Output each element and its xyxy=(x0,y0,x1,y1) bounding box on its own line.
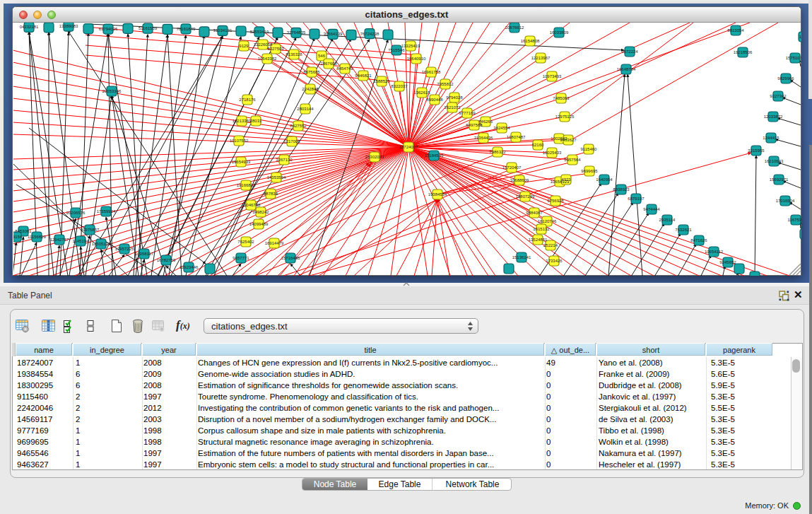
svg-text:10973493: 10973493 xyxy=(543,74,562,78)
svg-text:15136141: 15136141 xyxy=(512,255,531,259)
svg-text:28031: 28031 xyxy=(250,119,262,123)
svg-text:10046788: 10046788 xyxy=(242,203,261,207)
svg-text:9474444: 9474444 xyxy=(643,207,660,211)
svg-text:7515546: 7515546 xyxy=(388,48,405,52)
svg-text:6879197: 6879197 xyxy=(628,197,645,201)
svg-text:78161849: 78161849 xyxy=(177,27,196,31)
svg-text:8990448: 8990448 xyxy=(426,98,443,102)
svg-text:16120746: 16120746 xyxy=(538,219,557,223)
svg-text:2242848: 2242848 xyxy=(302,87,319,91)
svg-text:1145194: 1145194 xyxy=(73,239,90,243)
svg-text:12033872: 12033872 xyxy=(764,115,783,119)
svg-text:8675685: 8675685 xyxy=(303,70,320,74)
svg-text:546: 546 xyxy=(318,54,326,58)
svg-text:17957225: 17957225 xyxy=(115,247,134,251)
svg-text:2935114: 2935114 xyxy=(659,218,676,222)
svg-text:16154808: 16154808 xyxy=(521,39,540,43)
svg-text:746266: 746266 xyxy=(478,119,493,124)
svg-text:9227342: 9227342 xyxy=(770,94,787,98)
svg-text:3215955: 3215955 xyxy=(748,148,765,153)
svg-text:9463627: 9463627 xyxy=(560,138,577,142)
svg-text:8427552: 8427552 xyxy=(290,124,307,128)
svg-text:9777169: 9777169 xyxy=(459,111,476,115)
svg-text:19654933: 19654933 xyxy=(232,160,251,164)
svg-text:9657771: 9657771 xyxy=(233,256,249,260)
svg-text:16961758: 16961758 xyxy=(422,70,441,74)
svg-text:9245652: 9245652 xyxy=(719,260,736,264)
svg-text:12975125: 12975125 xyxy=(555,115,575,119)
svg-text:10958117: 10958117 xyxy=(135,252,154,256)
svg-text:1362615: 1362615 xyxy=(413,90,430,95)
svg-text:31034131: 31034131 xyxy=(213,28,233,33)
svg-text:1244415: 1244415 xyxy=(763,136,779,140)
svg-text:15716485: 15716485 xyxy=(281,256,300,260)
svg-text:12923446: 12923446 xyxy=(180,265,199,269)
svg-text:12213369: 12213369 xyxy=(233,119,252,123)
svg-text:14353594: 14353594 xyxy=(267,175,286,180)
svg-text:04332181: 04332181 xyxy=(20,25,39,29)
svg-text:7625402: 7625402 xyxy=(237,240,254,244)
svg-text:15720407: 15720407 xyxy=(502,165,522,170)
svg-text:63794026: 63794026 xyxy=(99,27,118,31)
svg-text:1167533: 1167533 xyxy=(788,218,801,222)
svg-text:7955812: 7955812 xyxy=(437,82,454,86)
svg-text:13389083: 13389083 xyxy=(59,24,78,28)
svg-text:1640954: 1640954 xyxy=(596,177,613,182)
svg-text:7632621: 7632621 xyxy=(675,228,692,232)
svg-text:15751074: 15751074 xyxy=(786,56,801,60)
svg-text:20053346: 20053346 xyxy=(102,89,122,93)
svg-text:13325419: 13325419 xyxy=(401,44,420,48)
svg-text:17359924: 17359924 xyxy=(97,209,116,214)
svg-text:252214: 252214 xyxy=(543,243,558,247)
svg-text:19384554: 19384554 xyxy=(428,192,447,197)
svg-text:3624554: 3624554 xyxy=(493,126,510,130)
svg-text:15184545: 15184545 xyxy=(425,153,444,158)
svg-text:52553419: 52553419 xyxy=(250,30,269,34)
svg-text:1588520: 1588520 xyxy=(373,79,390,83)
svg-text:9794028: 9794028 xyxy=(446,95,463,100)
svg-text:14099489: 14099489 xyxy=(249,222,269,226)
svg-text:18724007: 18724007 xyxy=(399,145,418,149)
svg-text:1615132: 1615132 xyxy=(533,227,550,231)
svg-text:1621072: 1621072 xyxy=(444,105,461,110)
svg-text:30564139: 30564139 xyxy=(324,32,343,36)
svg-text:20206576: 20206576 xyxy=(66,211,86,215)
svg-text:19218506: 19218506 xyxy=(734,50,753,54)
svg-text:8136328: 8136328 xyxy=(286,52,302,57)
svg-text:16648784: 16648784 xyxy=(617,67,636,71)
svg-text:10025433: 10025433 xyxy=(543,151,562,155)
svg-text:18807249: 18807249 xyxy=(516,194,535,199)
svg-text:17016504: 17016504 xyxy=(776,199,795,203)
svg-text:76724238: 76724238 xyxy=(360,32,379,36)
svg-text:16640910: 16640910 xyxy=(407,57,426,61)
svg-text:12505135: 12505135 xyxy=(92,242,111,246)
svg-text:8471626: 8471626 xyxy=(690,238,707,243)
svg-text:10807487: 10807487 xyxy=(507,135,526,139)
svg-text:30975857: 30975857 xyxy=(81,228,100,232)
svg-text:9756928: 9756928 xyxy=(547,199,564,203)
svg-text:887834: 887834 xyxy=(264,192,278,196)
svg-text:39154: 39154 xyxy=(13,235,23,239)
svg-text:5957564: 5957564 xyxy=(564,158,581,162)
svg-text:13524851: 13524851 xyxy=(529,238,548,242)
svg-text:2718176: 2718176 xyxy=(239,98,256,102)
svg-text:2867608: 2867608 xyxy=(320,62,337,66)
svg-text:12942757: 12942757 xyxy=(50,238,69,242)
svg-text:32764835: 32764835 xyxy=(287,30,306,35)
svg-text:1217006: 1217006 xyxy=(283,139,300,144)
svg-text:7485063: 7485063 xyxy=(553,96,570,100)
svg-text:25302033: 25302033 xyxy=(365,155,384,159)
svg-text:3267130: 3267130 xyxy=(276,158,293,162)
svg-text:16210643: 16210643 xyxy=(765,159,784,163)
svg-text:62160: 62160 xyxy=(532,143,544,147)
svg-text:12213967: 12213967 xyxy=(531,56,551,60)
svg-text:11156829: 11156829 xyxy=(28,235,46,239)
svg-text:9129: 9129 xyxy=(239,44,249,48)
svg-text:8813054: 8813054 xyxy=(727,28,744,33)
svg-text:1112: 1112 xyxy=(799,35,801,39)
svg-text:10688609: 10688609 xyxy=(510,178,529,182)
svg-text:16033809: 16033809 xyxy=(550,30,569,35)
svg-text:7986322: 7986322 xyxy=(489,150,506,154)
svg-text:21364436: 21364436 xyxy=(474,136,493,140)
svg-text:19166822: 19166822 xyxy=(237,183,256,187)
